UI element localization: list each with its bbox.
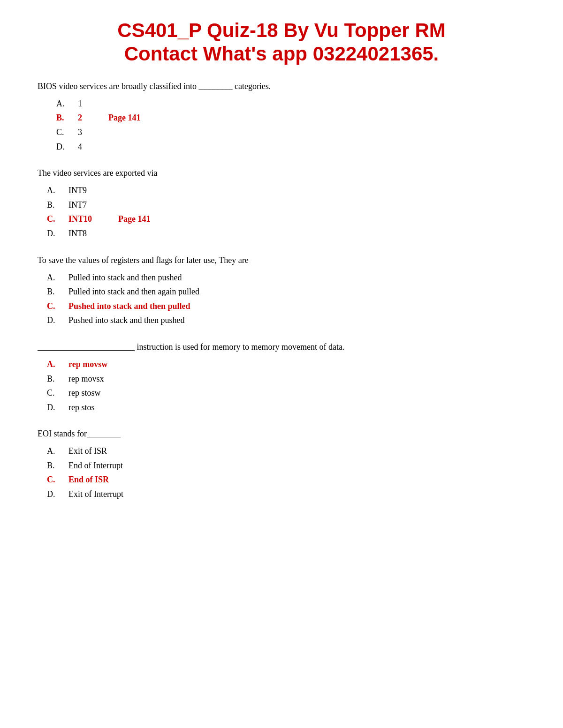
option-text: Pulled into stack and then pushed xyxy=(68,270,182,285)
option-label: B. xyxy=(47,458,61,473)
option-text: 4 xyxy=(78,140,82,154)
option-text: Pulled into stack and then again pulled xyxy=(68,285,199,299)
option-label: D. xyxy=(47,313,61,328)
option-label: C. xyxy=(47,386,61,400)
list-item: B. INT7 xyxy=(47,198,525,212)
question-1-options: A. 1 B. 2 Page 141 C. 3 D. 4 xyxy=(38,97,525,154)
list-item: B. End of Interrupt xyxy=(47,458,525,473)
option-label: A. xyxy=(47,270,61,285)
option-text: Exit of Interrupt xyxy=(68,487,123,502)
list-item: D. INT8 xyxy=(47,226,525,241)
option-label: A. xyxy=(47,183,61,198)
list-item: C. Pushed into stack and then pulled xyxy=(47,299,525,314)
option-text: End of ISR xyxy=(68,473,109,487)
option-text: 1 xyxy=(78,97,82,111)
list-item: D. rep stos xyxy=(47,400,525,415)
question-4-text: _______________________ instruction is u… xyxy=(38,341,525,353)
list-item: D. Pushed into stack and then pushed xyxy=(47,313,525,328)
option-text: INT9 xyxy=(68,183,87,198)
option-text: rep stosw xyxy=(68,386,101,400)
option-label: C. xyxy=(47,473,61,487)
question-3: To save the values of registers and flag… xyxy=(38,254,525,328)
list-item: A. 1 xyxy=(56,97,525,111)
page-title: CS401_P Quiz-18 By Vu Topper RM Contact … xyxy=(38,19,525,66)
option-text: INT10 xyxy=(68,212,92,226)
option-text: End of Interrupt xyxy=(68,458,123,473)
list-item: A. rep movsw xyxy=(47,357,525,372)
question-1-text: BIOS video services are broadly classifi… xyxy=(38,80,525,93)
option-label: B. xyxy=(47,285,61,299)
list-item: A. Pulled into stack and then pushed xyxy=(47,270,525,285)
option-text: INT7 xyxy=(68,198,87,212)
question-5-options: A. Exit of ISR B. End of Interrupt C. En… xyxy=(38,444,525,501)
list-item: C. rep stosw xyxy=(47,386,525,400)
option-text: 3 xyxy=(78,125,82,140)
option-text: rep movsw xyxy=(68,357,107,372)
list-item: C. INT10 Page 141 xyxy=(47,212,525,226)
question-5-text: EOI stands for________ xyxy=(38,428,525,440)
option-label: B. xyxy=(47,198,61,212)
option-label: C. xyxy=(56,125,70,140)
option-label: A. xyxy=(56,97,70,111)
option-label: D. xyxy=(56,140,70,154)
option-text: Pushed into stack and then pushed xyxy=(68,313,184,328)
option-label: A. xyxy=(47,444,61,458)
option-label: B. xyxy=(56,111,70,125)
list-item: B. 2 Page 141 xyxy=(56,111,525,125)
question-3-options: A. Pulled into stack and then pushed B. … xyxy=(38,270,525,328)
question-1: BIOS video services are broadly classifi… xyxy=(38,80,525,154)
list-item: B. rep movsx xyxy=(47,372,525,386)
list-item: C. End of ISR xyxy=(47,473,525,487)
question-5: EOI stands for________ A. Exit of ISR B.… xyxy=(38,428,525,501)
question-3-text: To save the values of registers and flag… xyxy=(38,254,525,267)
option-text: Pushed into stack and then pulled xyxy=(68,299,190,314)
page-reference: Page 141 xyxy=(118,212,150,226)
list-item: D. 4 xyxy=(56,140,525,154)
question-4-options: A. rep movsw B. rep movsx C. rep stosw D… xyxy=(38,357,525,414)
option-text: rep stos xyxy=(68,400,95,415)
list-item: B. Pulled into stack and then again pull… xyxy=(47,285,525,299)
question-2-text: The video services are exported via xyxy=(38,167,525,180)
option-label: A. xyxy=(47,357,61,372)
page-reference: Page 141 xyxy=(108,111,140,125)
question-4: _______________________ instruction is u… xyxy=(38,341,525,414)
list-item: A. Exit of ISR xyxy=(47,444,525,458)
option-label: C. xyxy=(47,212,61,226)
list-item: C. 3 xyxy=(56,125,525,140)
option-text: 2 xyxy=(78,111,82,125)
question-2-options: A. INT9 B. INT7 C. INT10 Page 141 D. INT… xyxy=(38,183,525,240)
option-label: D. xyxy=(47,487,61,502)
question-2: The video services are exported via A. I… xyxy=(38,167,525,240)
list-item: A. INT9 xyxy=(47,183,525,198)
option-text: INT8 xyxy=(68,226,87,241)
list-item: D. Exit of Interrupt xyxy=(47,487,525,502)
option-text: Exit of ISR xyxy=(68,444,107,458)
option-label: C. xyxy=(47,299,61,314)
option-label: B. xyxy=(47,372,61,386)
option-label: D. xyxy=(47,226,61,241)
option-label: D. xyxy=(47,400,61,415)
option-text: rep movsx xyxy=(68,372,104,386)
